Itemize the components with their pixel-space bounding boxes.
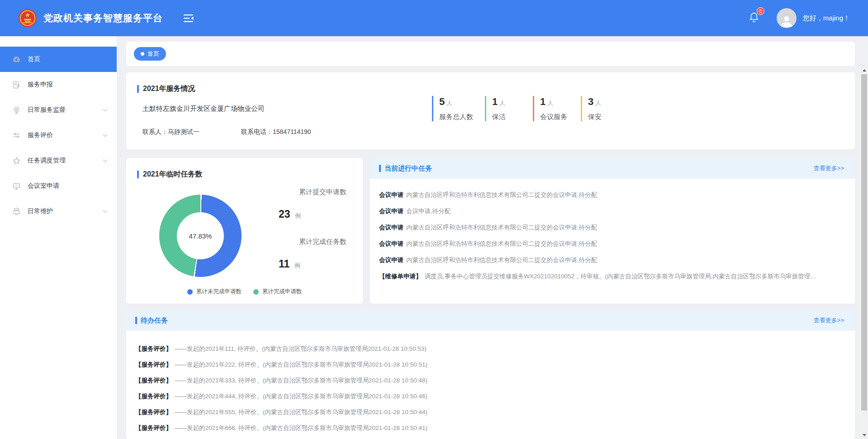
ongoing-task-list: 会议申请内蒙古自治区呼和浩特市利信息技术有限公司二提交的会议申请,待分配 会议申… (370, 179, 855, 285)
donut-chart: 47.83% (159, 195, 242, 277)
service-overview-card: 2021年服务情况 土默特左旗金川开发区金厦广场物业公司 联系人： 马静测试一 … (126, 72, 855, 149)
submitted-value: 23 (279, 208, 290, 220)
list-item[interactable]: 会议申请内蒙古自治区呼和浩特市利信息技术有限公司二提交的会议申请,待分配 (379, 252, 844, 268)
stat-security: 3人 保安 (581, 96, 617, 121)
finished-value: 11 (279, 258, 289, 270)
legend-finished[interactable]: 累计完成申请数 (253, 288, 302, 296)
list-item[interactable]: 【服务评价】——发起的2021年222, 待评价。(内蒙古自治区鄂尔多斯市乌审旗… (135, 357, 844, 372)
sidebar-collapse-button[interactable] (183, 14, 194, 23)
stat-label: 服务总人数 (439, 113, 473, 121)
list-item[interactable]: 会议申请会议申请,待分配 (379, 203, 844, 220)
stat-unit: 人 (446, 100, 452, 106)
breadcrumb-home-tag[interactable]: 首页 (134, 47, 166, 61)
ongoing-tasks-header: 当前进行中任务 查看更多>> (370, 158, 855, 179)
task-text: 内蒙古自治区呼和浩特市利信息技术有限公司二提交的会议申请,待分配 (406, 224, 597, 232)
todo-text: ——发起的2021年666, 待评价。(内蒙古自治区鄂尔多斯市乌审旗管理局202… (175, 424, 427, 432)
list-item[interactable]: 会议申请内蒙古自治区呼和浩特市利信息技术有限公司二提交的会议申请,待分配 (379, 236, 844, 252)
chevron-down-icon (103, 159, 108, 162)
legend-unfinished[interactable]: 累计未完成申请数 (187, 288, 242, 296)
task-text: 内蒙古自治区呼和浩特市利信息技术有限公司二提交的会议申请,待分配 (406, 191, 597, 199)
printer-icon (12, 207, 21, 216)
task-type: 会议申请 (379, 224, 403, 232)
stat-total-staff: 5人 服务总人数 (432, 96, 473, 121)
task-type: 会议申请 (379, 240, 403, 248)
notification-button[interactable]: 0 (749, 11, 759, 25)
chevron-down-icon (103, 109, 108, 112)
national-emblem-logo (18, 9, 37, 28)
stat-value: 5 (439, 96, 445, 107)
list-item[interactable]: 【维修单申请】调度员,事务中心管理员提交维修服务WX202102010052，待… (379, 268, 844, 285)
star-icon (12, 157, 21, 165)
sidebar-item-task-dispatch[interactable]: 任务调度管理 (0, 148, 117, 173)
service-stats: 5人 服务总人数 1人 保洁 1人 会议服务 3人 保安 (432, 96, 617, 121)
ongoing-more-link[interactable]: 查看更多>> (814, 164, 844, 172)
triangle-down-icon (863, 434, 866, 436)
user-icon (779, 13, 794, 28)
todo-tasks-title: 待办任务 (141, 316, 168, 325)
title-bar-accent (137, 171, 139, 178)
task-text: 内蒙古自治区呼和浩特市利信息技术有限公司二提交的会议申请,待分配 (406, 240, 597, 248)
todo-tasks-card: 待办任务 查看更多>> 【服务评价】——发起的2021年111, 待评价。(内蒙… (126, 310, 855, 439)
ongoing-tasks-card: 当前进行中任务 查看更多>> 会议申请内蒙古自治区呼和浩特市利信息技术有限公司二… (370, 158, 855, 304)
sliders-icon (12, 131, 21, 140)
stat-value: 1 (540, 96, 545, 107)
task-type: 会议申请 (379, 207, 403, 215)
list-item[interactable]: 会议申请内蒙古自治区呼和浩特市利信息技术有限公司二提交的会议申请,待分配 (379, 220, 844, 236)
todo-text: ——发起的2021年222, 待评价。(内蒙古自治区鄂尔多斯市乌审旗管理局202… (175, 361, 427, 369)
contact-row: 联系人： 马静测试一 联系电话： 15847114190 (142, 128, 844, 136)
submitted-unit: 例 (295, 212, 301, 219)
scrollbar-thumb[interactable] (861, 74, 867, 410)
app-title: 党政机关事务智慧服务平台 (43, 12, 163, 24)
breadcrumb: 首页 (126, 42, 855, 66)
stat-unit: 人 (499, 100, 505, 106)
header-right: 0 您好，majing！ (749, 8, 850, 28)
list-item[interactable]: 【服务评价】——发起的2021年444, 待评价。(内蒙古自治区鄂尔多斯市乌审旗… (135, 388, 844, 404)
list-item[interactable]: 【服务评价】——发起的2021年666, 待评价。(内蒙古自治区鄂尔多斯市乌审旗… (135, 420, 844, 436)
dashboard-icon (12, 55, 21, 64)
list-item[interactable]: 【服务评价】——发起的2021年111, 待评价。(内蒙古自治区鄂尔多斯市乌审旗… (135, 341, 844, 357)
chevron-down-icon (103, 210, 108, 213)
todo-more-link[interactable]: 查看更多>> (814, 316, 844, 324)
todo-text: ——发起的2021年444, 待评价。(内蒙古自治区鄂尔多斯市乌审旗管理局202… (175, 392, 427, 401)
legend-dot-icon (253, 289, 259, 295)
todo-task-list: 【服务评价】——发起的2021年111, 待评价。(内蒙古自治区鄂尔多斯市乌审旗… (126, 331, 855, 436)
sidebar-item-label: 首页 (28, 55, 40, 63)
task-text: 调度员,事务中心管理员提交维修服务WX202102010052，待审核。(内蒙古… (425, 272, 816, 281)
stat-unit: 人 (595, 100, 601, 106)
avatar[interactable] (777, 8, 797, 28)
task-type: 会议申请 (379, 256, 403, 264)
list-item[interactable]: 会议申请内蒙古自治区呼和浩特市利信息技术有限公司二提交的会议申请,待分配 (379, 187, 844, 203)
triangle-up-icon (863, 69, 866, 72)
donut-center-label: 47.83% (177, 212, 224, 259)
vertical-scrollbar[interactable] (860, 67, 868, 439)
todo-type: 【服务评价】 (135, 392, 172, 401)
webcam-icon (12, 106, 21, 115)
list-item[interactable]: 【服务评价】——发起的2021年333, 待评价。(内蒙古自治区鄂尔多斯市乌审旗… (135, 372, 844, 388)
breadcrumb-label: 首页 (147, 50, 159, 58)
task-type: 【维修单申请】 (379, 272, 422, 281)
todo-type: 【服务评价】 (135, 377, 172, 385)
finished-unit: 例 (294, 262, 300, 269)
todo-tasks-header: 待办任务 查看更多>> (126, 310, 855, 331)
scrollbar-down-button[interactable] (860, 432, 868, 438)
presentation-icon (12, 182, 21, 191)
contact-name: 马静测试一 (168, 128, 199, 136)
stat-meeting-service: 1人 会议服务 (533, 96, 569, 121)
sidebar-item-service-evaluation[interactable]: 服务评价 (0, 123, 117, 148)
list-item[interactable]: 【服务评价】——发起的2021年555, 待评价。(内蒙古自治区鄂尔多斯市乌审旗… (135, 404, 844, 420)
sidebar-item-label: 会议室申请 (28, 182, 59, 190)
chart-card-title: 2021年临时任务数 (143, 170, 203, 179)
indent-collapse-icon (183, 14, 194, 23)
sidebar-item-label: 任务调度管理 (28, 157, 66, 165)
legend-label: 累计完成申请数 (262, 288, 302, 296)
stat-cleaning: 1人 保洁 (485, 96, 521, 121)
todo-text: ——发起的2021年555, 待评价。(内蒙古自治区鄂尔多斯市乌审旗管理局202… (175, 408, 427, 416)
sidebar-item-service-declare[interactable]: 服务申报 (0, 72, 117, 97)
title-bar-accent (137, 85, 139, 93)
sidebar-item-meeting-room[interactable]: 会议室申请 (0, 173, 117, 199)
task-text: 会议申请,待分配 (406, 207, 451, 215)
sidebar-item-daily-maintenance[interactable]: 日常维护 (0, 199, 117, 224)
scrollbar-up-button[interactable] (860, 67, 868, 73)
sidebar-item-daily-supervision[interactable]: 日常服务监督 (0, 97, 117, 123)
sidebar-item-home[interactable]: 首页 (0, 47, 117, 72)
